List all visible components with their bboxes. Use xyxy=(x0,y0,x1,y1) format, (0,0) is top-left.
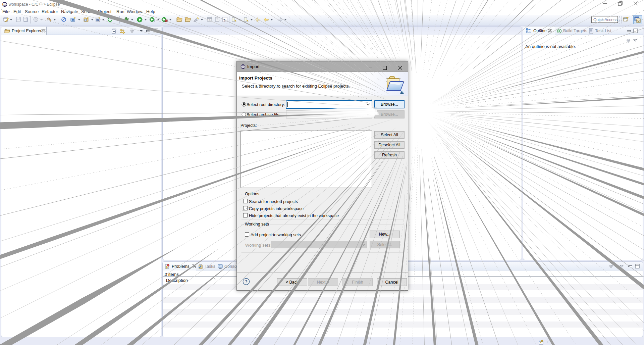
svg-text:C: C xyxy=(638,19,640,22)
svg-text:C: C xyxy=(97,18,99,21)
svg-text:C: C xyxy=(72,18,74,22)
svg-text:¶: ¶ xyxy=(224,18,225,22)
svg-text:?: ? xyxy=(245,279,248,284)
